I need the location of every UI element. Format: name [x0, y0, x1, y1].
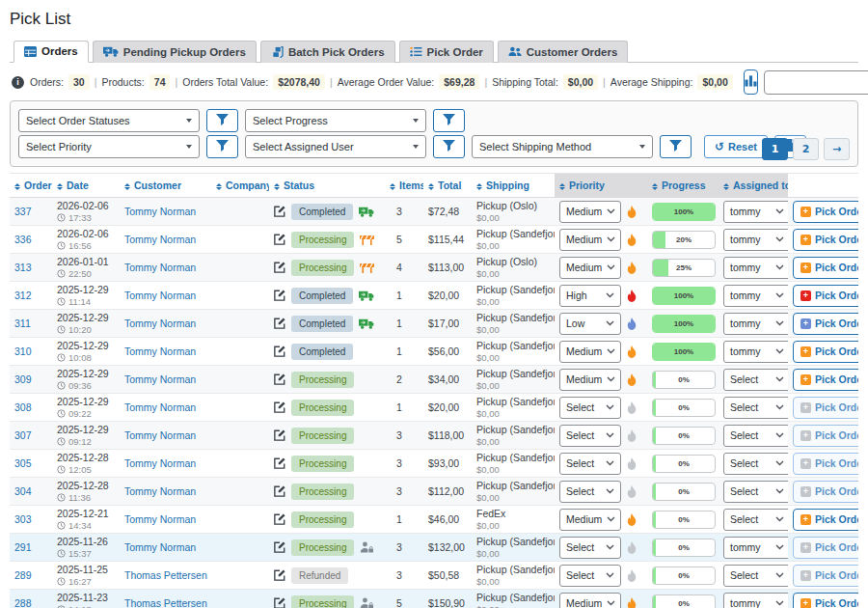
- customer-link[interactable]: Tommy Norman: [124, 429, 196, 441]
- priority-select[interactable]: Medium: [559, 341, 621, 363]
- order-id-link[interactable]: 312: [14, 290, 32, 301]
- col-header-priority[interactable]: Priority: [555, 174, 647, 198]
- priority-select[interactable]: Select: [559, 565, 621, 587]
- assigned-select[interactable]: Select: [723, 509, 788, 531]
- pick-order-button[interactable]: +Pick Order: [793, 257, 858, 279]
- edit-status-icon[interactable]: [274, 262, 285, 273]
- edit-status-icon[interactable]: [274, 569, 285, 581]
- col-header-order-id[interactable]: Order ID: [10, 174, 52, 198]
- assigned-select[interactable]: tommy: [723, 341, 788, 363]
- assigned-select[interactable]: Select: [723, 369, 788, 391]
- progress-filter-select[interactable]: Select Progress: [245, 109, 426, 132]
- pick-order-button[interactable]: +Pick Order: [793, 537, 858, 559]
- assigned-select[interactable]: tommy: [723, 593, 788, 608]
- customer-link[interactable]: Tommy Norman: [124, 373, 196, 385]
- edit-status-icon[interactable]: [274, 234, 285, 245]
- pick-order-button[interactable]: +Pick Order: [793, 509, 858, 531]
- pick-order-button[interactable]: +Pick Order: [793, 369, 858, 391]
- priority-select[interactable]: Low: [559, 313, 621, 335]
- tab-pick-order[interactable]: Pick Order: [399, 41, 494, 63]
- pick-order-button[interactable]: +Pick Order: [793, 453, 858, 475]
- col-header-shipping[interactable]: Shipping: [472, 174, 555, 198]
- order-id-link[interactable]: 336: [14, 234, 32, 245]
- priority-filter-button[interactable]: [206, 135, 238, 158]
- col-header-assigned-to[interactable]: Assigned to: [719, 174, 788, 198]
- priority-select[interactable]: Medium: [559, 257, 621, 279]
- assigned-select[interactable]: tommy: [723, 537, 788, 559]
- customer-link[interactable]: Tommy Norman: [124, 345, 196, 357]
- order-id-link[interactable]: 303: [14, 513, 32, 525]
- priority-select[interactable]: Medium: [559, 369, 621, 391]
- priority-select[interactable]: High: [559, 285, 621, 307]
- col-header-progress[interactable]: Progress: [647, 174, 719, 198]
- assigned-select[interactable]: tommy: [723, 257, 788, 279]
- priority-select[interactable]: Select: [559, 453, 621, 475]
- tab-customer-orders[interactable]: Customer Orders: [498, 41, 629, 63]
- edit-status-icon[interactable]: [274, 597, 285, 608]
- col-header-company[interactable]: Company: [211, 174, 269, 198]
- edit-status-icon[interactable]: [274, 206, 285, 217]
- tab-orders[interactable]: Orders: [14, 41, 89, 63]
- pick-order-button[interactable]: +Pick Order: [793, 481, 858, 503]
- pick-order-button[interactable]: +Pick Order: [793, 397, 858, 419]
- col-header-total[interactable]: Total: [423, 174, 472, 198]
- reset-filters-button[interactable]: ↺Reset: [704, 135, 768, 158]
- page-button-1[interactable]: 1: [762, 138, 788, 160]
- col-header-items[interactable]: Items: [385, 174, 423, 198]
- priority-select[interactable]: Select: [559, 397, 621, 419]
- order-id-link[interactable]: 288: [14, 597, 32, 608]
- edit-status-icon[interactable]: [274, 290, 285, 301]
- progress-filter-button[interactable]: [433, 109, 465, 132]
- edit-status-icon[interactable]: [274, 429, 285, 441]
- chart-toggle-button[interactable]: [744, 69, 758, 95]
- priority-select[interactable]: Medium: [559, 509, 621, 531]
- page-button-2[interactable]: 2: [793, 138, 819, 160]
- order-id-link[interactable]: 337: [14, 206, 32, 217]
- search-input[interactable]: [764, 70, 868, 95]
- priority-select[interactable]: Select: [559, 481, 621, 503]
- customer-link[interactable]: Tommy Norman: [124, 513, 196, 525]
- tab-batch-pick-orders[interactable]: Batch Pick Orders: [260, 41, 395, 63]
- assigned-select[interactable]: tommy: [723, 201, 788, 223]
- customer-link[interactable]: Tommy Norman: [124, 485, 196, 497]
- edit-status-icon[interactable]: [274, 318, 285, 329]
- assigned-select[interactable]: tommy: [723, 285, 788, 307]
- customer-link[interactable]: Tommy Norman: [124, 262, 196, 273]
- assigned-select[interactable]: tommy: [723, 229, 788, 251]
- pick-order-button[interactable]: +Pick Order: [793, 285, 858, 307]
- edit-status-icon[interactable]: [274, 485, 285, 497]
- tab-pending-pickup-orders[interactable]: Pending Pickup Orders: [93, 41, 257, 63]
- priority-select[interactable]: Medium: [559, 229, 621, 251]
- pick-order-button[interactable]: +Pick Order: [793, 341, 858, 363]
- order-id-link[interactable]: 309: [14, 373, 32, 385]
- edit-status-icon[interactable]: [274, 457, 285, 469]
- next-page-button[interactable]: →: [824, 138, 850, 160]
- edit-status-icon[interactable]: [274, 541, 285, 553]
- order-id-link[interactable]: 308: [14, 401, 32, 413]
- edit-status-icon[interactable]: [274, 345, 285, 357]
- priority-select[interactable]: Medium: [559, 201, 621, 223]
- col-header-status[interactable]: Status: [269, 174, 385, 198]
- pick-order-button[interactable]: +Pick Order: [793, 593, 858, 608]
- customer-link[interactable]: Tommy Norman: [124, 290, 196, 301]
- order-id-link[interactable]: 307: [14, 429, 32, 441]
- assigned-select[interactable]: Select: [723, 425, 788, 447]
- customer-link[interactable]: Tommy Norman: [124, 541, 196, 553]
- col-header-customer[interactable]: Customer: [120, 174, 211, 198]
- customer-link[interactable]: Tommy Norman: [124, 401, 196, 413]
- customer-link[interactable]: Tommy Norman: [124, 234, 196, 245]
- order-statuses-filter-select[interactable]: Select Order Statuses: [18, 109, 200, 132]
- edit-status-icon[interactable]: [274, 401, 285, 413]
- assigned-select[interactable]: tommy: [723, 313, 788, 335]
- pick-order-button[interactable]: +Pick Order: [793, 313, 858, 335]
- customer-link[interactable]: Tommy Norman: [124, 206, 196, 217]
- pick-order-button[interactable]: +Pick Order: [793, 565, 858, 587]
- edit-status-icon[interactable]: [274, 513, 285, 525]
- order-id-link[interactable]: 311: [14, 318, 31, 329]
- order-id-link[interactable]: 291: [14, 541, 32, 553]
- assigned-user-filter-select[interactable]: Select Assigned User: [245, 135, 426, 158]
- assigned-user-filter-button[interactable]: [433, 135, 465, 158]
- pick-order-button[interactable]: +Pick Order: [793, 425, 858, 447]
- priority-select[interactable]: Medium: [559, 593, 621, 608]
- order-id-link[interactable]: 304: [14, 485, 32, 497]
